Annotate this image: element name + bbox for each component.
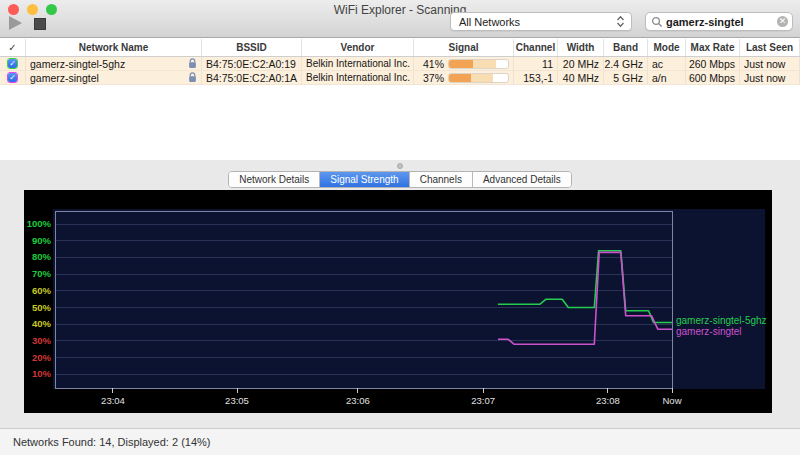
column-header-last-seen[interactable]: Last Seen: [740, 39, 800, 56]
signal-bar: [448, 73, 509, 83]
tab-segmented-control: Network DetailsSignal StrengthChannelsAd…: [228, 171, 572, 188]
column-header--[interactable]: ✓: [0, 39, 26, 56]
column-header-band[interactable]: Band: [604, 39, 648, 56]
search-field[interactable]: ✕: [645, 12, 793, 31]
signal-percent: 41%: [418, 57, 444, 70]
column-header-width[interactable]: Width: [558, 39, 604, 56]
chart-svg: 10%20%30%40%50%60%70%80%90%100%23:0423:0…: [24, 190, 772, 413]
tab-channels[interactable]: Channels: [410, 172, 473, 187]
x-axis-label: Now: [662, 395, 681, 406]
tab-signal-strength[interactable]: Signal Strength: [320, 172, 409, 187]
mode-value: ac: [652, 57, 663, 70]
network-name: gamerz-singtel-5ghz: [30, 57, 188, 70]
signal-bar: [448, 59, 509, 69]
network-checkbox[interactable]: ✓: [7, 58, 18, 69]
y-axis-label: 20%: [32, 352, 52, 363]
titlebar: WiFi Explorer - Scanning All Networks ✕: [0, 0, 800, 38]
y-axis-label: 50%: [32, 302, 52, 313]
splitter-handle-icon[interactable]: [397, 163, 403, 169]
column-header-channel[interactable]: Channel: [514, 39, 558, 56]
lock-icon: [188, 58, 197, 69]
column-header-bssid[interactable]: BSSID: [202, 39, 302, 56]
x-axis-label: 23:06: [346, 395, 370, 406]
last-seen-value: Just now: [744, 71, 785, 84]
network-name: gamerz-singtel: [30, 71, 188, 84]
network-filter-dropdown[interactable]: All Networks: [450, 12, 632, 31]
width-value: 40 MHz: [563, 71, 599, 84]
last-seen-value: Just now: [744, 57, 785, 70]
bssid-value: B4:75:0E:C2:A0:19: [206, 57, 296, 70]
channel-value: 153,-1: [523, 71, 553, 84]
y-axis-label: 40%: [32, 318, 52, 329]
band-value: 2.4 GHz: [604, 57, 643, 70]
status-text: Networks Found: 14, Displayed: 2 (14%): [13, 436, 210, 448]
column-header-max-rate[interactable]: Max Rate: [686, 39, 740, 56]
mode-value: a/n: [652, 71, 667, 84]
bssid-value: B4:75:0E:C2:A0:1A: [206, 71, 297, 84]
y-axis-label: 100%: [27, 218, 52, 229]
signal-percent: 37%: [418, 71, 444, 84]
table-row[interactable]: ✓gamerz-singtel-5ghzB4:75:0E:C2:A0:19Bel…: [0, 57, 800, 71]
column-header-network-name[interactable]: Network Name: [26, 39, 202, 56]
x-axis-label: 23:07: [471, 395, 495, 406]
checkmark-icon: ✓: [8, 73, 17, 82]
table-row[interactable]: ✓gamerz-singtelB4:75:0E:C2:A0:1ABelkin I…: [0, 71, 800, 85]
vendor-value: Belkin International Inc.: [306, 71, 410, 84]
y-axis-label: 70%: [32, 268, 52, 279]
y-axis-label: 90%: [32, 235, 52, 246]
details-tabs: Network DetailsSignal StrengthChannelsAd…: [0, 171, 800, 188]
band-value: 5 GHz: [613, 71, 643, 84]
networks-table: ✓Network NameBSSIDVendorSignalChannelWid…: [0, 39, 800, 160]
scan-play-button[interactable]: [9, 16, 22, 30]
width-value: 20 MHz: [563, 57, 599, 70]
channel-value: 11: [542, 57, 553, 70]
column-header-mode[interactable]: Mode: [648, 39, 686, 56]
y-axis-label: 30%: [32, 335, 52, 346]
dropdown-stepper-icon: [616, 15, 625, 28]
signal-strength-chart: 10%20%30%40%50%60%70%80%90%100%23:0423:0…: [24, 190, 772, 413]
tab-network-details[interactable]: Network Details: [229, 172, 320, 187]
y-axis-label: 10%: [32, 368, 52, 379]
tab-advanced-details[interactable]: Advanced Details: [473, 172, 571, 187]
lock-icon: [188, 72, 197, 83]
x-axis-label: 23:08: [596, 395, 620, 406]
vendor-value: Belkin International Inc.: [306, 57, 410, 70]
y-axis-label: 80%: [32, 251, 52, 262]
app-window: WiFi Explorer - Scanning All Networks ✕ …: [0, 0, 800, 455]
column-header-vendor[interactable]: Vendor: [302, 39, 414, 56]
series-label: gamerz-singtel: [676, 326, 742, 337]
series-label: gamerz-singtel-5ghz: [676, 315, 767, 326]
checkmark-icon: ✓: [8, 59, 17, 68]
search-input[interactable]: [666, 16, 777, 28]
table-body: ✓gamerz-singtel-5ghzB4:75:0E:C2:A0:19Bel…: [0, 57, 800, 85]
x-axis-label: 23:05: [225, 395, 249, 406]
table-header-row: ✓Network NameBSSIDVendorSignalChannelWid…: [0, 39, 800, 57]
x-axis-label: 23:04: [101, 395, 125, 406]
y-axis-label: 60%: [32, 285, 52, 296]
scan-stop-button[interactable]: [34, 18, 46, 30]
max-rate-value: 260 Mbps: [689, 57, 735, 70]
status-bar: Networks Found: 14, Displayed: 2 (14%): [0, 428, 800, 455]
network-checkbox[interactable]: ✓: [7, 72, 18, 83]
column-header-signal[interactable]: Signal: [414, 39, 514, 56]
max-rate-value: 600 Mbps: [689, 71, 735, 84]
search-icon: [651, 16, 663, 28]
details-pane: Network DetailsSignal StrengthChannelsAd…: [0, 160, 800, 455]
network-filter-value: All Networks: [459, 16, 616, 28]
clear-search-icon[interactable]: ✕: [777, 16, 788, 27]
